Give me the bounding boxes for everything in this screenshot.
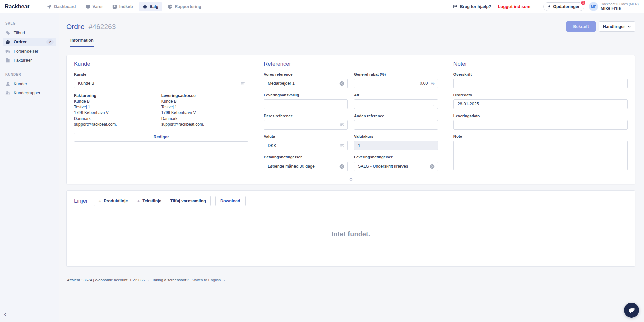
sidebar-item-label: Fakturaer: [14, 58, 32, 63]
notes-column: Noter Overskrift Ordredato Leveringsdato: [453, 60, 628, 176]
nav-item-label: Salg: [150, 4, 158, 9]
currency-field: [264, 141, 348, 150]
ordrer-count-badge: 2: [46, 39, 54, 45]
logged-in-as-button[interactable]: Logget ind som: [498, 4, 531, 9]
select-list-icon[interactable]: [340, 123, 344, 127]
nav-item-label: Varer: [93, 4, 103, 9]
order-date-field: [453, 99, 628, 109]
topbar-divider: [37, 3, 37, 10]
help-label: Brug for hjælp?: [460, 4, 491, 9]
lightning-icon: [547, 5, 551, 9]
download-button[interactable]: Download: [215, 196, 246, 206]
shipping-title: Leveringsadresse: [161, 93, 249, 99]
line-buttons-group: + Produktlinje + Tekstlinje Tilføj vares…: [94, 196, 211, 206]
nav-item-indkob[interactable]: Indkøb: [108, 2, 137, 11]
sidebar-item-kunder[interactable]: Kunder: [3, 80, 56, 88]
references-column: Referencer Vores reference Generel rabat…: [264, 60, 438, 176]
clear-icon[interactable]: [339, 81, 344, 86]
rackbeat-logo[interactable]: Rackbeat: [5, 3, 29, 10]
main-content: Ordre #462263 Bekræft Handlinger Informa…: [59, 21, 644, 282]
headline-input[interactable]: [457, 81, 624, 86]
clear-icon[interactable]: [339, 164, 344, 169]
references-heading: Referencer: [264, 61, 438, 67]
add-product-line-button[interactable]: + Produktlinje: [94, 196, 132, 206]
sidebar-collapse-button[interactable]: ‹: [1, 309, 9, 319]
nav-item-varer[interactable]: Varer: [82, 2, 107, 11]
tab-information[interactable]: Information: [70, 38, 94, 47]
agreement-info: Aftalenr.: 3674 | e-conomic account: 159…: [67, 278, 145, 282]
delivery-terms-label: Leveringsbetingelser: [354, 155, 438, 160]
footer-separator: ·: [148, 278, 149, 282]
add-text-line-button[interactable]: + Tekstlinje: [132, 196, 166, 206]
exchange-rate-field: [354, 141, 438, 150]
sidebar-item-label: Forsendelser: [14, 49, 38, 54]
add-text-line-label: Tekstlinje: [142, 199, 161, 203]
select-list-icon[interactable]: [240, 81, 245, 86]
att-input[interactable]: [357, 101, 430, 107]
updates-button[interactable]: Opdateringer 1: [543, 2, 584, 11]
order-date-input[interactable]: [457, 101, 624, 107]
add-bundle-button[interactable]: Tilføj varesamling: [166, 196, 211, 206]
sidebar-item-fakturaer[interactable]: Fakturaer: [3, 56, 56, 64]
their-reference-input[interactable]: [267, 122, 340, 128]
delivery-terms-input[interactable]: [357, 164, 430, 169]
tab-bar: Information: [66, 37, 635, 47]
user-menu[interactable]: Rackbeat Guides (MFR) Mike Friis: [601, 2, 639, 11]
help-button[interactable]: Brug for hjælp?: [452, 4, 491, 9]
nav-item-salg[interactable]: Salg: [139, 2, 162, 11]
payment-terms-input[interactable]: [267, 164, 339, 169]
currency-input[interactable]: [267, 143, 340, 148]
sidebar-item-ordrer[interactable]: Ordrer 2: [3, 38, 56, 46]
customer-field-label: Kunde: [74, 72, 248, 77]
note-textarea[interactable]: [453, 141, 628, 170]
topbar: Rackbeat Dashboard Varer Indkøb Salg Rap…: [0, 0, 644, 13]
our-reference-label: Vores reference: [264, 72, 348, 77]
billing-title: Fakturering: [74, 93, 161, 99]
select-list-icon[interactable]: [430, 102, 435, 106]
customer-input[interactable]: [77, 81, 240, 86]
customer-select: [74, 79, 248, 88]
sidebar-item-label: Ordrer: [14, 40, 27, 44]
plus-icon: +: [98, 198, 101, 203]
expand-section-button[interactable]: [67, 176, 635, 184]
edit-address-button[interactable]: Rediger: [74, 133, 248, 142]
general-discount-input[interactable]: [357, 81, 429, 86]
plus-icon: +: [137, 198, 140, 203]
chat-launcher-button[interactable]: [624, 303, 639, 318]
select-list-icon[interactable]: [340, 102, 344, 106]
shipping-street: Testvej 1: [161, 104, 249, 110]
delivery-date-input[interactable]: [457, 122, 624, 128]
delivery-date-field: [453, 120, 628, 130]
att-field: [354, 99, 438, 109]
customer-column: Kunde Kunde Fakturering Kunde B Testvej …: [74, 60, 248, 176]
switch-to-english-link[interactable]: Switch to English →: [192, 278, 226, 282]
information-card: Kunde Kunde Fakturering Kunde B Testvej …: [66, 55, 635, 184]
nav-item-rapportering[interactable]: Rapportering: [164, 2, 205, 11]
topbar-separator: [537, 3, 537, 11]
chevron-down-icon: [628, 25, 631, 28]
billing-address: Fakturering Kunde B Testvej 1 1799 Køben…: [74, 93, 161, 127]
other-reference-input[interactable]: [357, 122, 435, 128]
updates-label: Opdateringer: [553, 4, 580, 9]
other-reference-field: [354, 120, 438, 130]
confirm-button[interactable]: Bekræft: [566, 21, 595, 32]
actions-button[interactable]: Handlinger: [599, 21, 635, 32]
cube-icon: [86, 4, 90, 9]
speech-bubble-icon: [452, 4, 458, 9]
sidebar-item-forsendelser[interactable]: Forsendelser: [3, 47, 56, 55]
box-arrow-down-icon: [112, 4, 117, 9]
delivery-responsible-input[interactable]: [267, 101, 340, 107]
clear-icon[interactable]: [430, 164, 435, 169]
sidebar-item-kundegrupper[interactable]: Kundegrupper: [3, 89, 56, 97]
our-reference-input[interactable]: [267, 81, 339, 86]
percent-suffix: %: [431, 81, 435, 86]
sidebar-item-tilbud[interactable]: Tilbud: [3, 29, 56, 37]
sidebar-item-label: Kunder: [14, 82, 27, 86]
nav-item-dashboard[interactable]: Dashboard: [43, 2, 80, 11]
billing-country: Danmark: [74, 116, 161, 122]
lines-heading: Linjer: [74, 198, 88, 204]
actions-label: Handlinger: [603, 24, 625, 29]
avatar[interactable]: MF: [589, 2, 598, 11]
exchange-rate-input[interactable]: [357, 143, 435, 148]
select-list-icon[interactable]: [340, 143, 344, 148]
